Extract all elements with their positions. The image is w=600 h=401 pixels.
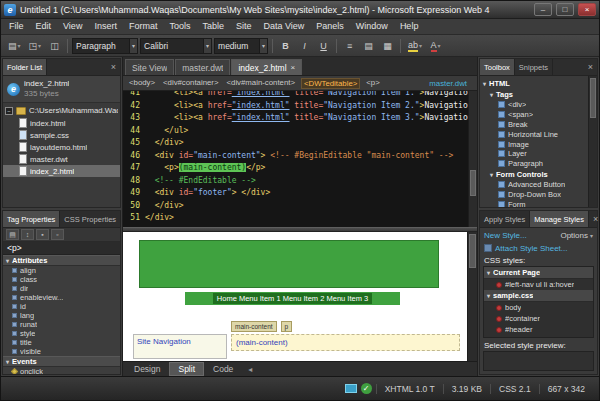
code-view-button[interactable]: Code xyxy=(205,363,241,375)
design-menu-items[interactable]: Home Menu Item 1 Menu Item 2 Menu Item 3 xyxy=(213,293,372,304)
open-button[interactable]: ◳▾ xyxy=(26,37,45,54)
visual-aids-icon[interactable] xyxy=(345,384,357,393)
attribute-runat[interactable]: runat xyxy=(3,320,120,329)
maximize-button[interactable]: □ xyxy=(556,3,574,16)
attribute-align[interactable]: align xyxy=(3,266,120,275)
toolbox-group-tags[interactable]: ▾ Tags xyxy=(480,89,597,100)
borders-button[interactable]: ▦ xyxy=(379,37,396,54)
menu-item-window[interactable]: Window xyxy=(350,19,394,34)
site-navigation-box[interactable]: Site Navigation xyxy=(133,334,227,359)
menu-item-insert[interactable]: Insert xyxy=(88,19,123,34)
tab-master-dwt[interactable]: master.dwt xyxy=(175,59,230,75)
toolbox-item-horizontal-line[interactable]: Horizontal Line xyxy=(480,129,597,139)
tab-snippets[interactable]: Snippets xyxy=(515,59,553,75)
split-view-button[interactable]: Split xyxy=(169,362,204,376)
bold-button[interactable]: B xyxy=(277,37,294,54)
attribute-dir[interactable]: dir xyxy=(3,284,120,293)
toolbox-item-drop-down-box[interactable]: Drop-Down Box xyxy=(480,189,597,199)
menu-item-table[interactable]: Table xyxy=(196,19,230,34)
attribute-lang[interactable]: lang xyxy=(3,311,120,320)
style-rule-header[interactable]: #header xyxy=(484,324,593,335)
design-view[interactable]: Home Menu Item 1 Menu Item 2 Menu Item 3… xyxy=(123,232,477,361)
file-item-layoutdemo-html[interactable]: layoutdemo.html xyxy=(3,141,120,153)
p-tag-label[interactable]: p xyxy=(281,321,293,332)
toolbox-item-image[interactable]: Image xyxy=(480,139,597,149)
breadcrumb-tag-div-main-content[interactable]: <div#main-content> xyxy=(225,78,297,89)
scrollbar-thumb[interactable] xyxy=(470,170,476,196)
new-style-link[interactable]: New Style... xyxy=(484,231,527,240)
close-button[interactable]: × xyxy=(578,3,596,16)
style-rule-container[interactable]: #container xyxy=(484,313,593,324)
tab-toolbox[interactable]: Toolbox xyxy=(480,59,515,75)
close-panel-icon[interactable]: × xyxy=(584,59,597,75)
breadcrumb-tag-body[interactable]: <body> xyxy=(127,78,157,89)
menu-item-format[interactable]: Format xyxy=(123,19,164,34)
toolbox-item-advanced-button[interactable]: Advanced Button xyxy=(480,180,597,190)
menu-item-edit[interactable]: Edit xyxy=(30,19,58,34)
attribute-enableview[interactable]: enableview... xyxy=(3,293,120,302)
menu-item-view[interactable]: View xyxy=(57,19,88,34)
menu-item-help[interactable]: Help xyxy=(394,19,425,34)
breadcrumb-tag-dwteditable[interactable]: <DWTeditable> xyxy=(301,78,360,89)
list-button[interactable]: ▤ xyxy=(360,37,377,54)
menu-item-site[interactable]: Site xyxy=(230,19,258,34)
menu-item-panels[interactable]: Panels xyxy=(310,19,350,34)
minimize-button[interactable]: – xyxy=(534,3,552,16)
design-view-button[interactable]: Design xyxy=(126,363,168,375)
categorized-button[interactable]: ▤ xyxy=(6,229,19,240)
toolbox-item-layer[interactable]: Layer xyxy=(480,149,597,159)
highlight-color-button[interactable]: ab▾ xyxy=(405,37,425,54)
underline-button[interactable]: U xyxy=(315,37,332,54)
toolbox-item-div[interactable]: <div> xyxy=(480,100,597,110)
align-button[interactable]: ≡ xyxy=(341,37,358,54)
file-item-master-dwt[interactable]: master.dwt xyxy=(3,153,120,165)
toolbox-item-form[interactable]: Form xyxy=(480,199,597,207)
italic-button[interactable]: I xyxy=(296,37,313,54)
page-dimensions-indicator[interactable]: 667 x 342 xyxy=(539,384,593,394)
attribute-style[interactable]: style xyxy=(3,329,120,338)
main-content-tag-label[interactable]: main-content xyxy=(231,321,277,332)
file-item-index-html[interactable]: index.html xyxy=(3,117,120,129)
breadcrumb-tag-div-container[interactable]: <div#container> xyxy=(161,78,220,89)
menu-item-file[interactable]: File xyxy=(3,19,30,34)
tab-manage-styles[interactable]: Manage Styles xyxy=(530,211,589,227)
attribute-class[interactable]: class xyxy=(3,275,120,284)
code-scrollbar[interactable] xyxy=(468,91,477,227)
toolbox-item-span[interactable]: <span> xyxy=(480,110,597,120)
style-rule-body[interactable]: body xyxy=(484,302,593,313)
viewbar-collapse-icon[interactable]: ◂ xyxy=(248,365,252,374)
file-item-sample-css[interactable]: sample.css xyxy=(3,129,120,141)
attribute-id[interactable]: id xyxy=(3,302,120,311)
font-size-dropdown[interactable]: medium▾ xyxy=(214,38,268,54)
attributes-section-header[interactable]: ▾ Attributes xyxy=(3,255,120,266)
style-group-sample-css[interactable]: ▾sample.css xyxy=(484,290,593,302)
close-tab-icon[interactable]: × xyxy=(291,63,296,72)
paragraph-style-dropdown[interactable]: Paragraph▾ xyxy=(72,38,138,54)
close-panel-icon[interactable]: × xyxy=(107,59,120,75)
design-scrollbar[interactable] xyxy=(467,232,477,361)
folder-tree-root[interactable]: − C:\Users\Muhammad.Waqas\Documents\M xyxy=(3,103,120,117)
scrollbar-thumb[interactable] xyxy=(469,234,476,268)
attach-style-sheet-row[interactable]: Attach Style Sheet... xyxy=(480,242,597,254)
toolbox-item-paragraph[interactable]: Paragraph xyxy=(480,159,597,169)
options-dropdown[interactable]: Options▾ xyxy=(560,231,593,240)
compatibility-icon[interactable]: ✓ xyxy=(361,383,372,394)
attribute-title[interactable]: title xyxy=(3,338,120,347)
tab-site-view[interactable]: Site View xyxy=(125,59,174,75)
font-color-button[interactable]: A▾ xyxy=(427,37,444,54)
main-content-region[interactable]: (main-content) xyxy=(231,334,460,351)
alphabetical-button[interactable]: ↕ xyxy=(21,229,34,240)
events-section-header[interactable]: ▾ Events xyxy=(3,356,120,367)
menu-item-tools[interactable]: Tools xyxy=(163,19,196,34)
toolbox-group-form-controls[interactable]: ▾ Form Controls xyxy=(480,169,597,180)
code-view[interactable]: 41 <li><a href="index.html" title="Navig… xyxy=(123,91,477,227)
breadcrumb-tag-p[interactable]: <p> xyxy=(364,78,381,89)
close-panel-icon[interactable]: × xyxy=(589,211,600,227)
master-dwt-link[interactable]: master.dwt xyxy=(429,79,473,88)
tab-css-properties[interactable]: CSS Properties xyxy=(60,211,121,227)
style-rule-left-nav-ul-li-a-hover[interactable]: #left-nav ul li a:hover xyxy=(484,279,593,290)
tab-index-2-html[interactable]: index_2.html× xyxy=(231,59,302,75)
new-document-button[interactable]: ▤▾ xyxy=(5,37,24,54)
design-menu-bar[interactable]: Home Menu Item 1 Menu Item 2 Menu Item 3 xyxy=(185,292,400,305)
design-header-block[interactable] xyxy=(139,240,439,288)
